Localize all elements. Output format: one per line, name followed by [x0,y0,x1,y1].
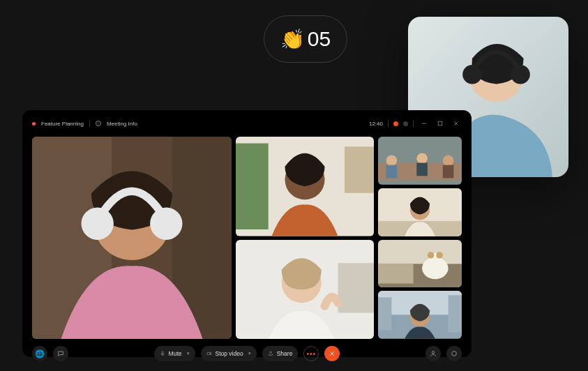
person-icon [430,350,437,357]
svg-point-49 [452,351,457,356]
chat-button[interactable] [53,346,68,361]
camera-icon [206,351,212,356]
participant-avatar [378,240,462,288]
svg-point-3 [511,65,530,84]
svg-point-48 [432,351,434,354]
video-tile[interactable] [236,240,374,340]
participant-avatar [236,137,374,236]
svg-rect-28 [443,165,454,179]
share-button[interactable]: Share [262,346,299,361]
video-tile-speaker[interactable] [32,137,232,339]
ellipsis-icon: ••• [307,350,317,358]
svg-rect-24 [386,165,398,179]
svg-point-38 [436,252,442,258]
svg-rect-44 [162,351,163,354]
window-minimize-button[interactable] [419,119,430,128]
video-tile[interactable] [378,291,462,339]
window-close-button[interactable] [451,119,462,128]
svg-rect-45 [207,352,210,354]
panel-button[interactable] [446,346,462,361]
chevron-down-icon[interactable]: ▾ [187,351,190,356]
svg-point-2 [462,65,482,84]
svg-point-23 [386,156,398,167]
meeting-window: Feature Planning i Meeting Info 12:40 [22,110,472,357]
video-tile[interactable] [378,188,462,236]
svg-rect-15 [236,144,269,230]
mute-button[interactable]: Mute ▾ [154,346,195,361]
info-icon[interactable]: i [96,121,101,126]
svg-point-27 [443,156,454,167]
svg-rect-16 [345,146,374,193]
svg-rect-34 [378,264,414,283]
participants-button[interactable] [425,346,441,361]
stop-video-button[interactable]: Stop video ▾ [201,346,257,361]
participant-avatar [378,188,462,236]
participant-avatar [378,137,462,185]
meeting-control-bar: 🌐 Mute ▾ Stop video ▾ Share ••• [32,346,462,361]
more-options-button[interactable]: ••• [303,346,319,361]
meeting-clock: 12:40 [369,121,383,127]
meeting-titlebar: Feature Planning i Meeting Info 12:40 [32,119,462,128]
microphone-icon [160,351,165,356]
status-indicator-icon[interactable] [403,121,408,126]
chevron-down-icon[interactable]: ▾ [248,351,251,356]
svg-rect-41 [378,298,391,331]
globe-icon: 🌐 [35,349,45,358]
svg-rect-42 [448,296,462,333]
svg-point-37 [428,252,434,258]
svg-rect-5 [438,121,442,126]
participant-avatar [236,240,374,340]
svg-point-13 [150,208,182,240]
video-tile[interactable] [378,240,462,288]
record-indicator-icon[interactable] [393,121,398,126]
close-icon [329,350,336,357]
reaction-count-value: 05 [308,27,331,51]
divider [89,120,90,127]
video-tile[interactable] [378,137,462,185]
svg-point-25 [416,153,428,164]
window-maximize-button[interactable] [435,119,446,128]
participant-avatar [378,291,462,339]
share-icon [268,351,273,356]
clap-emoji-icon: 👏 [280,28,305,51]
chat-bubble-icon [451,350,458,357]
svg-point-12 [82,208,114,240]
mute-label: Mute [169,350,182,357]
end-call-button[interactable] [324,346,340,361]
share-label: Share [277,350,293,357]
divider [413,120,414,127]
stop-video-label: Stop video [216,350,243,357]
reaction-count-pill: 👏 05 [264,15,347,63]
reactions-button[interactable]: 🌐 [32,346,47,361]
meeting-title: Feature Planning [41,121,84,127]
video-grid [32,137,462,339]
chat-icon [57,350,64,357]
live-indicator-icon [32,122,36,126]
svg-rect-26 [416,163,428,176]
svg-rect-19 [338,263,375,312]
divider [388,120,389,127]
video-tile[interactable] [236,137,374,236]
participant-avatar [32,137,232,339]
meeting-info-label[interactable]: Meeting Info [107,121,137,127]
